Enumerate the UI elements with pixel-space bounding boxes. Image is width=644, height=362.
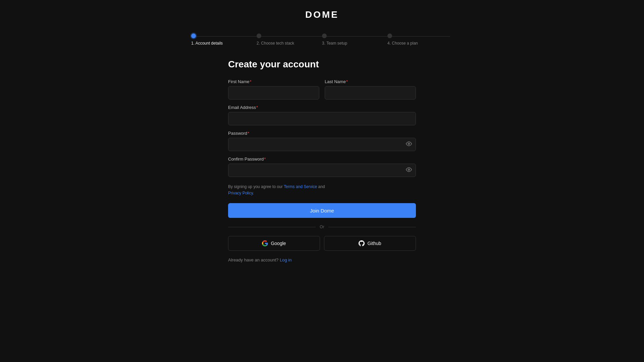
login-link[interactable]: Log in (280, 257, 291, 262)
email-input[interactable] (228, 112, 416, 125)
google-button-label: Google (271, 241, 286, 246)
step-3-label: 3. Team setup (322, 41, 347, 46)
password-label: Password* (228, 131, 416, 136)
password-group: Password* (228, 131, 416, 151)
last-name-label: Last Name* (325, 79, 416, 84)
last-name-group: Last Name* (325, 79, 416, 100)
step-1: 1. Account details (191, 34, 257, 46)
social-buttons: Google Github (228, 236, 416, 251)
password-input[interactable] (228, 138, 416, 151)
step-3-dot (322, 34, 327, 38)
divider-line-right (328, 227, 416, 227)
form-title: Create your account (228, 59, 416, 70)
name-row: First Name* Last Name* (228, 79, 416, 100)
step-4-label: 4. Choose a plan (387, 41, 418, 46)
first-name-label: First Name* (228, 79, 319, 84)
terms-link[interactable]: Terms and Service (284, 184, 317, 189)
google-button[interactable]: Google (228, 236, 320, 251)
step-1-label: 1. Account details (191, 41, 223, 46)
github-button-label: Github (367, 241, 381, 246)
join-dome-button[interactable]: Join Dome (228, 203, 416, 218)
stepper: 1. Account details 2. Choose tech stack … (191, 34, 453, 46)
step-2-dot (257, 34, 261, 38)
step-1-dot (191, 34, 196, 38)
last-name-input[interactable] (325, 86, 416, 100)
svg-point-0 (408, 143, 410, 145)
or-divider: Or (228, 225, 416, 229)
email-group: Email Address* (228, 105, 416, 125)
confirm-password-toggle-icon[interactable] (406, 167, 412, 174)
divider-label: Or (320, 225, 324, 229)
step-2-label: 2. Choose tech stack (257, 41, 294, 46)
confirm-password-wrapper (228, 164, 416, 177)
google-icon (262, 240, 268, 246)
github-button[interactable]: Github (324, 236, 416, 251)
privacy-link[interactable]: Privacy Policy (228, 191, 253, 195)
email-label: Email Address* (228, 105, 416, 110)
password-wrapper (228, 138, 416, 151)
github-icon (359, 240, 365, 246)
first-name-input[interactable] (228, 86, 319, 100)
step-4: 4. Choose a plan (387, 34, 453, 46)
confirm-password-group: Confirm Password* (228, 157, 416, 177)
header: DOME (0, 0, 644, 27)
svg-point-1 (408, 169, 410, 171)
divider-line-left (228, 227, 316, 227)
confirm-password-input[interactable] (228, 164, 416, 177)
confirm-password-label: Confirm Password* (228, 157, 416, 162)
logo: DOME (305, 9, 339, 20)
step-2: 2. Choose tech stack (257, 34, 322, 46)
step-3: 3. Team setup (322, 34, 387, 46)
first-name-group: First Name* (228, 79, 319, 100)
step-4-dot (387, 34, 392, 38)
signup-form: Create your account First Name* Last Nam… (228, 59, 416, 262)
login-text: Already have an account? Log in (228, 257, 416, 262)
terms-text: By signing up you agree to our Terms and… (228, 184, 416, 196)
password-toggle-icon[interactable] (406, 141, 412, 148)
